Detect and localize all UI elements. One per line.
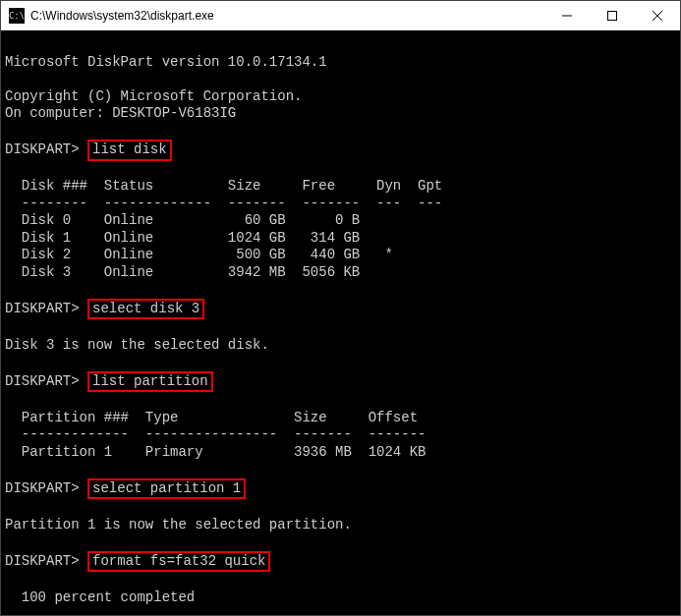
- msg-disk-selected: Disk 3 is now the selected disk.: [5, 337, 269, 353]
- svg-rect-1: [608, 11, 617, 20]
- disk-row: Disk 0 Online 60 GB 0 B: [5, 212, 360, 228]
- close-icon: [653, 11, 662, 21]
- command-format: format fs=fat32 quick: [87, 551, 270, 573]
- disk-row: Disk 2 Online 500 GB 440 GB *: [5, 247, 393, 262]
- prompt: DISKPART>: [5, 301, 80, 316]
- command-list-partition: list partition: [87, 371, 213, 393]
- disk-row: Disk 1 Online 1024 GB 314 GB: [5, 230, 360, 246]
- msg-percent: 100 percent completed: [5, 589, 195, 605]
- app-icon: C:\: [9, 8, 25, 24]
- prompt: DISKPART>: [5, 141, 80, 157]
- maximize-button[interactable]: [590, 1, 635, 29]
- window-controls: [544, 1, 680, 29]
- partition-divider: ------------- ---------------- ------- -…: [5, 426, 426, 442]
- maximize-icon: [607, 11, 617, 21]
- prompt: DISKPART>: [5, 553, 80, 569]
- window-title: C:\Windows\system32\diskpart.exe: [30, 9, 544, 23]
- msg-partition-selected: Partition 1 is now the selected partitio…: [5, 517, 352, 532]
- copyright-line: Copyright (C) Microsoft Corporation.: [5, 88, 302, 104]
- disk-divider: -------- ------------- ------- ------- -…: [5, 196, 442, 211]
- command-select-disk: select disk 3: [87, 299, 204, 320]
- terminal-output[interactable]: Microsoft DiskPart version 10.0.17134.1 …: [1, 30, 680, 615]
- command-list-disk: list disk: [87, 140, 172, 161]
- partition-header: Partition ### Type Size Offset: [5, 410, 418, 425]
- minimize-button[interactable]: [544, 1, 590, 29]
- close-button[interactable]: [635, 1, 680, 29]
- prompt: DISKPART>: [5, 373, 80, 389]
- disk-row: Disk 3 Online 3942 MB 5056 KB: [5, 264, 360, 280]
- partition-row: Partition 1 Primary 3936 MB 1024 KB: [5, 444, 426, 460]
- prompt: DISKPART>: [5, 480, 80, 496]
- title-bar: C:\ C:\Windows\system32\diskpart.exe: [1, 1, 680, 30]
- command-select-partition: select partition 1: [87, 478, 246, 500]
- computer-line: On computer: DESKTOP-V6183IG: [5, 105, 236, 121]
- version-line: Microsoft DiskPart version 10.0.17134.1: [5, 54, 327, 70]
- minimize-icon: [562, 11, 572, 21]
- disk-header: Disk ### Status Size Free Dyn Gpt: [5, 178, 442, 194]
